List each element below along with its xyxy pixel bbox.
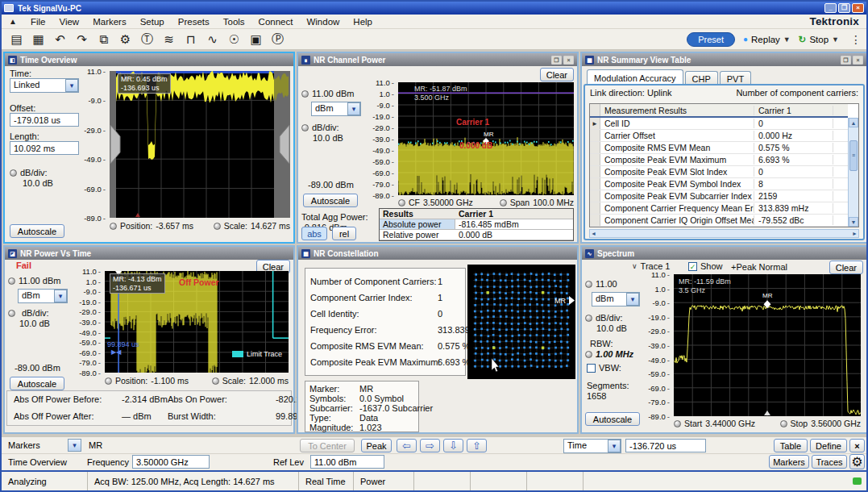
unit-select[interactable]: dBm▾ — [311, 102, 361, 116]
replay-dropdown-icon[interactable]: ▼ — [783, 35, 791, 44]
ref-level-knob-icon[interactable] — [585, 281, 592, 288]
menu-tools[interactable]: Tools — [223, 17, 245, 27]
spectrum-chart[interactable]: MR: -11.59 dBm 3.5 GHz MR — [674, 274, 861, 416]
window-titlebar[interactable]: Tek SignalVu-PC _ ❐ × — [2, 2, 866, 15]
peak-button[interactable]: Peak — [361, 439, 392, 452]
row-selector[interactable] — [590, 166, 600, 177]
clear-button[interactable]: Clear — [540, 68, 574, 81]
chevron-down-icon[interactable]: ▾ — [608, 440, 621, 452]
camera-capture-icon[interactable]: ▣ — [246, 31, 266, 48]
menu-presets[interactable]: Presets — [178, 17, 210, 27]
constellation-chart[interactable]: MR — [467, 265, 575, 379]
stop-button[interactable]: ↻ Stop ▼ — [799, 34, 839, 45]
dbdiv-knob-icon[interactable] — [10, 169, 17, 177]
table-row[interactable]: Carrier Offset0.000 Hz — [590, 130, 848, 142]
table-row[interactable]: Composite Peak EVM Subcarrier Index2159 — [590, 190, 848, 202]
marker-right-arrow[interactable]: ⇨ — [420, 439, 440, 452]
dbdiv-value[interactable]: 10.0 dB — [596, 323, 627, 333]
row-selector[interactable] — [590, 142, 600, 153]
preset-button[interactable]: Preset — [687, 32, 735, 47]
time-overview-titlebar[interactable]: ◧ Time Overview — [5, 53, 293, 66]
spectrogram-icon[interactable]: ≋ — [159, 31, 179, 48]
chevron-down-icon[interactable]: ▾ — [347, 102, 360, 115]
row-selector[interactable] — [590, 215, 600, 226]
row-selector[interactable] — [590, 178, 600, 190]
table-row[interactable]: Composite Peak EVM Symbol Index8 — [590, 178, 848, 190]
pulse-measure-icon[interactable]: ⊓ — [181, 31, 201, 48]
dbdiv-knob-icon[interactable] — [585, 315, 592, 322]
position-knob-icon[interactable] — [110, 223, 117, 230]
dbdiv-knob-icon[interactable] — [301, 124, 309, 131]
menu-connect[interactable]: Connect — [259, 17, 293, 27]
stop-value[interactable]: 3.56000 GHz — [811, 419, 861, 428]
position-value[interactable]: -3.657 ms — [156, 221, 193, 231]
column-header[interactable]: Carrier 1 — [754, 106, 833, 115]
dbdiv-knob-icon[interactable] — [8, 310, 15, 317]
markers-dropdown-icon[interactable]: ▾ — [68, 439, 81, 452]
time-mode-select[interactable]: Linked▾ — [10, 78, 79, 93]
status-measurement[interactable]: Power — [354, 472, 414, 490]
ref-level-value[interactable]: 11.00 dBm — [19, 276, 60, 286]
panel-close-icon[interactable]: × — [563, 56, 574, 65]
ref-level-knob-icon[interactable] — [8, 277, 15, 285]
column-header[interactable]: Measurement Results — [600, 106, 754, 115]
table-row[interactable]: ►Cell ID0 — [590, 118, 848, 130]
stop-knob-icon[interactable] — [780, 420, 787, 427]
marker-down-arrow[interactable]: ⇩ — [443, 439, 463, 452]
marker-readout-type-select[interactable]: Time▾ — [563, 439, 621, 453]
panel-restore-icon[interactable]: ❐ — [551, 56, 562, 65]
menu-help[interactable]: Help — [353, 17, 372, 27]
eject-icon[interactable]: ▲ — [9, 17, 17, 26]
horizontal-scrollbar[interactable]: ◄ ► — [589, 229, 859, 238]
menu-view[interactable]: View — [59, 17, 79, 27]
start-value[interactable]: 3.44000 GHz — [705, 419, 755, 428]
abs-button[interactable]: abs — [301, 227, 327, 240]
span-value[interactable]: 100.0 MHz — [533, 198, 574, 207]
dbdiv-value[interactable]: 10.0 dB — [23, 178, 53, 188]
close-markers-button[interactable]: × — [849, 439, 865, 452]
start-knob-icon[interactable] — [674, 420, 681, 427]
rbw-knob-icon[interactable] — [585, 351, 592, 358]
preset-p-icon[interactable]: Ⓟ — [268, 31, 288, 48]
menu-markers[interactable]: Markers — [93, 17, 127, 27]
scroll-down-icon[interactable]: ▼ — [849, 217, 858, 227]
frequency-input[interactable]: 3.50000 GHz — [132, 455, 210, 469]
channel-power-chart[interactable]: MR: -51.87 dBm 3.500 GHz Carrier 1 0.000… — [398, 82, 574, 195]
vbw-checkbox[interactable]: ✓ — [587, 364, 596, 373]
rbw-value[interactable]: 1.00 MHz — [596, 349, 633, 359]
cf-value[interactable]: 3.50000 GHz — [423, 198, 473, 207]
autoscale-button[interactable]: Autoscale — [10, 224, 64, 238]
span-knob-icon[interactable] — [500, 199, 507, 206]
replay-button[interactable]: ● Replay ▼ — [743, 35, 791, 44]
close-icon[interactable]: × — [852, 3, 864, 13]
minimize-icon[interactable]: _ — [824, 3, 837, 13]
restore-icon[interactable]: ❐ — [838, 3, 850, 13]
scale-value[interactable]: 12.000 ms — [249, 376, 289, 386]
dbdiv-value[interactable]: 10.0 dB — [19, 319, 50, 328]
autoscale-button[interactable]: Autoscale — [303, 194, 358, 207]
undo-icon[interactable]: ↶ — [50, 31, 70, 48]
table-row[interactable]: Composite Peak EVM Maximum6.693 % — [590, 154, 848, 166]
menu-file[interactable]: File — [31, 17, 46, 27]
chevron-down-icon[interactable]: ▾ — [626, 293, 639, 306]
table-row[interactable]: Composite RMS EVM Mean0.575 % — [590, 142, 848, 154]
ref-level-knob-icon[interactable] — [301, 90, 309, 98]
time-overview-chart[interactable]: MR: 0.45 dBm -136.693 us MR — [110, 71, 290, 218]
vertical-scrollbar[interactable]: ▲ ≡ ▼ — [848, 118, 858, 227]
power-vs-time-chart[interactable]: MR: -4.13 dBm -136.671 us Off Power 99.8… — [105, 271, 289, 373]
tab-modulation-accuracy[interactable]: Modulation Accuracy — [587, 69, 683, 85]
row-selector[interactable] — [590, 130, 600, 141]
panel-close-icon[interactable]: × — [853, 56, 863, 65]
scroll-right-icon[interactable]: ► — [852, 231, 858, 236]
tile-windows-icon[interactable]: ⧉ — [93, 31, 114, 48]
marker-tag-icon[interactable]: Ⓣ — [137, 31, 157, 48]
chevron-down-icon[interactable]: ▾ — [54, 290, 67, 302]
marker-left-arrow[interactable]: ⇦ — [397, 439, 417, 452]
mouse-acquire-icon[interactable]: ☉ — [224, 31, 244, 48]
save-icon[interactable]: ▦ — [28, 31, 48, 48]
nr-power-vs-time-titlebar[interactable]: ◪ NR Power Vs Time — [5, 247, 293, 260]
define-button[interactable]: Define — [810, 439, 847, 452]
menu-window[interactable]: Window — [306, 17, 339, 27]
spectrum-titlebar[interactable]: ∿ Spectrum — [582, 247, 866, 260]
cf-knob-icon[interactable] — [398, 199, 405, 206]
